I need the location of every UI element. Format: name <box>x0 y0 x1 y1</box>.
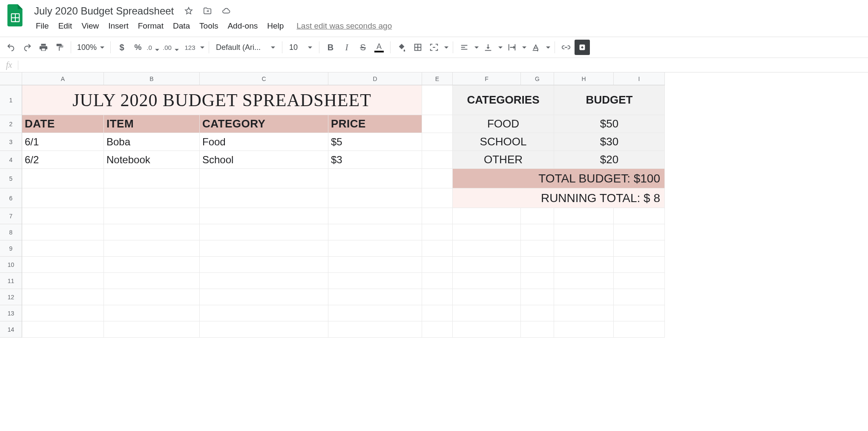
merge-cells-dropdown[interactable] <box>426 40 449 55</box>
cell[interactable] <box>554 224 614 240</box>
insert-link-button[interactable] <box>558 40 574 55</box>
row-header-8[interactable]: 8 <box>0 224 22 240</box>
cell[interactable] <box>422 188 453 208</box>
cell[interactable] <box>422 169 453 188</box>
cell[interactable] <box>200 208 328 224</box>
print-button[interactable] <box>36 40 51 55</box>
vertical-align-dropdown[interactable] <box>480 40 503 55</box>
cell[interactable] <box>328 240 422 257</box>
categories-header[interactable]: CATEGORIES <box>453 85 554 115</box>
font-size-dropdown[interactable]: 10 <box>286 43 316 52</box>
cell[interactable] <box>328 169 422 188</box>
decrease-decimal-button[interactable]: .0 <box>147 40 162 55</box>
cell[interactable] <box>22 321 104 338</box>
cell[interactable] <box>328 289 422 305</box>
entry-date[interactable]: 6/2 <box>22 151 104 169</box>
entry-price[interactable]: $5 <box>328 133 422 151</box>
row-header-12[interactable]: 12 <box>0 289 22 305</box>
row-header-1[interactable]: 1 <box>0 85 22 115</box>
cell[interactable] <box>22 305 104 321</box>
cell[interactable] <box>22 188 104 208</box>
cell[interactable] <box>104 321 200 338</box>
redo-button[interactable] <box>20 40 35 55</box>
cell[interactable] <box>521 224 554 240</box>
title-cell[interactable]: JULY 2020 BUDGET SPREADSHEET <box>22 85 422 115</box>
row-header-2[interactable]: 2 <box>0 115 22 133</box>
cell[interactable] <box>614 257 665 273</box>
cell[interactable] <box>328 273 422 289</box>
cell[interactable] <box>453 224 521 240</box>
cell[interactable] <box>521 240 554 257</box>
header-price[interactable]: PRICE <box>328 115 422 133</box>
paint-format-button[interactable] <box>52 40 67 55</box>
horizontal-align-dropdown[interactable] <box>457 40 480 55</box>
column-header-E[interactable]: E <box>422 72 453 85</box>
column-header-G[interactable]: G <box>521 72 554 85</box>
cell[interactable] <box>104 169 200 188</box>
cell[interactable] <box>328 208 422 224</box>
cell[interactable] <box>22 289 104 305</box>
cell[interactable] <box>453 289 521 305</box>
cell[interactable] <box>328 257 422 273</box>
row-header-11[interactable]: 11 <box>0 273 22 289</box>
text-wrap-dropdown[interactable] <box>504 40 527 55</box>
cell[interactable] <box>104 188 200 208</box>
cat-0[interactable]: FOOD <box>453 115 554 133</box>
entry-category[interactable]: Food <box>200 133 328 151</box>
row-header-10[interactable]: 10 <box>0 257 22 273</box>
cell[interactable] <box>554 240 614 257</box>
cell[interactable] <box>614 224 665 240</box>
format-percent-button[interactable]: % <box>130 40 146 55</box>
cell[interactable] <box>521 305 554 321</box>
cell[interactable] <box>22 257 104 273</box>
cell[interactable] <box>200 188 328 208</box>
cell[interactable] <box>104 273 200 289</box>
cell[interactable] <box>422 273 453 289</box>
cell[interactable] <box>521 321 554 338</box>
cell[interactable] <box>200 169 328 188</box>
cell[interactable] <box>422 257 453 273</box>
cell[interactable] <box>554 289 614 305</box>
cell[interactable] <box>614 273 665 289</box>
cell[interactable] <box>614 240 665 257</box>
bud-1[interactable]: $30 <box>554 133 665 151</box>
cell[interactable] <box>104 208 200 224</box>
move-to-folder-icon[interactable] <box>201 5 214 17</box>
cell[interactable] <box>554 208 614 224</box>
cell[interactable] <box>22 208 104 224</box>
menu-edit[interactable]: Edit <box>54 20 77 32</box>
cell[interactable] <box>453 305 521 321</box>
cell[interactable] <box>200 257 328 273</box>
cell[interactable] <box>554 305 614 321</box>
cloud-status-icon[interactable] <box>220 5 233 17</box>
menu-help[interactable]: Help <box>263 20 288 32</box>
fill-color-button[interactable] <box>394 40 409 55</box>
menu-insert[interactable]: Insert <box>104 20 133 32</box>
cell[interactable] <box>104 224 200 240</box>
select-all-corner[interactable] <box>0 72 22 85</box>
spreadsheet-grid[interactable]: ABCDEFGHI 1234567891011121314 JULY 2020 … <box>0 72 868 414</box>
cell[interactable] <box>614 208 665 224</box>
bud-2[interactable]: $20 <box>554 151 665 169</box>
cell[interactable] <box>200 305 328 321</box>
menu-addons[interactable]: Add-ons <box>223 20 262 32</box>
menu-tools[interactable]: Tools <box>195 20 222 32</box>
column-header-D[interactable]: D <box>328 72 422 85</box>
cell[interactable] <box>453 273 521 289</box>
cell[interactable] <box>328 305 422 321</box>
cell[interactable] <box>554 257 614 273</box>
cell[interactable] <box>200 224 328 240</box>
cell[interactable] <box>200 240 328 257</box>
cell[interactable] <box>200 321 328 338</box>
borders-button[interactable] <box>410 40 425 55</box>
total-budget[interactable]: TOTAL BUDGET: $100 <box>453 169 665 188</box>
cell[interactable] <box>614 289 665 305</box>
column-header-A[interactable]: A <box>22 72 104 85</box>
cell[interactable] <box>328 321 422 338</box>
cell[interactable] <box>422 224 453 240</box>
last-edit-link[interactable]: Last edit was seconds ago <box>296 21 392 31</box>
header-item[interactable]: ITEM <box>104 115 200 133</box>
cell[interactable] <box>453 321 521 338</box>
formula-input[interactable] <box>18 58 868 72</box>
cell[interactable] <box>104 289 200 305</box>
